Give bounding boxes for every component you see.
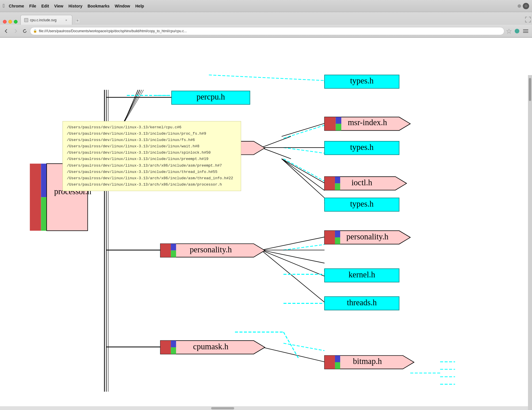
svg-rect-80 bbox=[160, 341, 171, 354]
threads-h-label: threads.h bbox=[347, 298, 377, 307]
personality-h-right-label: personality.h bbox=[347, 232, 389, 241]
personality-h-center-label: personality.h bbox=[190, 245, 232, 254]
svg-rect-62 bbox=[335, 177, 340, 183]
tooltip-line-1: /Users/paulross/dev/linux/linux-3.13/ker… bbox=[67, 124, 237, 131]
svg-rect-54 bbox=[336, 124, 341, 130]
svg-text:+: + bbox=[76, 19, 79, 23]
tooltip-line-10: /Users/paulross/dev/linux/linux-3.13/arc… bbox=[67, 182, 237, 188]
tab-close-button[interactable]: × bbox=[64, 18, 69, 22]
svg-rect-84 bbox=[325, 356, 335, 369]
svg-rect-65 bbox=[30, 164, 41, 231]
window-close-btn[interactable] bbox=[3, 20, 7, 24]
svg-rect-61 bbox=[325, 177, 335, 190]
forward-button[interactable] bbox=[12, 27, 20, 35]
url-text: file:///Users/paulross/Documents/workspa… bbox=[39, 29, 187, 33]
menu-view[interactable]: View bbox=[54, 4, 63, 8]
tooltip-line-5: /Users/paulross/dev/linux/linux-3.13/inc… bbox=[67, 150, 237, 156]
svg-rect-70 bbox=[160, 244, 171, 257]
tooltip-line-6: /Users/paulross/dev/linux/linux-3.13/inc… bbox=[67, 156, 237, 162]
address-icon: 🔒 bbox=[33, 29, 37, 33]
window-maximize-btn[interactable] bbox=[14, 20, 18, 24]
svg-rect-0 bbox=[24, 18, 28, 22]
address-bar[interactable]: 🔒 file:///Users/paulross/Documents/works… bbox=[30, 27, 504, 35]
svg-marker-3 bbox=[507, 29, 511, 33]
include-diagram: types.h percpu.h msr-index.h types.h msr… bbox=[0, 38, 532, 410]
types-h-3-label: types.h bbox=[350, 199, 374, 208]
menu-chrome[interactable]: Chrome bbox=[9, 4, 24, 8]
svg-rect-53 bbox=[336, 117, 341, 124]
hscrollbar-thumb[interactable] bbox=[211, 407, 234, 409]
menu-help[interactable]: Help bbox=[135, 4, 144, 8]
menu-file[interactable]: File bbox=[29, 4, 36, 8]
horizontal-scrollbar[interactable] bbox=[0, 406, 528, 410]
new-tab-button[interactable]: + bbox=[73, 17, 82, 25]
svg-rect-76 bbox=[335, 237, 340, 244]
kernel-h-label: kernel.h bbox=[349, 270, 375, 279]
svg-rect-63 bbox=[335, 183, 340, 190]
tooltip-line-7: /Users/paulross/dev/linux/linux-3.13/arc… bbox=[67, 163, 237, 169]
bitmap-h-label: bitmap.h bbox=[353, 357, 382, 366]
nav-bar: 🔒 file:///Users/paulross/Documents/works… bbox=[0, 25, 532, 37]
tab-bar: cpu.c.include.svg × + bbox=[0, 12, 532, 25]
menu-bookmarks[interactable]: Bookmarks bbox=[88, 4, 109, 8]
reload-button[interactable] bbox=[21, 27, 29, 35]
tooltip-line-3: /Users/paulross/dev/linux/linux-3.13/inc… bbox=[67, 137, 237, 143]
svg-rect-66 bbox=[41, 164, 46, 197]
chrome-menu-button[interactable] bbox=[522, 27, 530, 35]
types-h-2-label: types.h bbox=[350, 143, 374, 152]
back-button[interactable] bbox=[2, 27, 10, 35]
menu-edit[interactable]: Edit bbox=[41, 4, 49, 8]
types-h-1-label: types.h bbox=[350, 76, 374, 85]
svg-rect-75 bbox=[335, 231, 340, 237]
svg-rect-82 bbox=[171, 347, 176, 354]
svg-rect-86 bbox=[335, 362, 340, 369]
tab-favicon bbox=[24, 18, 28, 22]
msr-index-h-label: msr-index.h bbox=[348, 118, 387, 127]
svg-rect-74 bbox=[325, 231, 335, 244]
svg-rect-52 bbox=[325, 117, 336, 131]
apple-menu[interactable]:  bbox=[3, 3, 5, 9]
menubar:  Chrome File Edit View History Bookmark… bbox=[0, 0, 532, 12]
tooltip-overlay: /Users/paulross/dev/linux/linux-3.13/ker… bbox=[63, 121, 241, 191]
cpumask-h-label: cpumask.h bbox=[193, 342, 228, 351]
browser-tab[interactable]: cpu.c.include.svg × bbox=[20, 15, 72, 25]
percpu-h-label: percpu.h bbox=[196, 92, 225, 101]
svg-rect-81 bbox=[171, 341, 176, 347]
ioctl-h-label: ioctl.h bbox=[351, 178, 372, 187]
svg-viewport: types.h percpu.h msr-index.h types.h msr… bbox=[0, 38, 532, 410]
bookmark-star[interactable] bbox=[506, 28, 512, 35]
browser-chrome: cpu.c.include.svg × + 🔒 bbox=[0, 12, 532, 38]
svg-rect-71 bbox=[171, 244, 176, 250]
window-minimize-btn[interactable] bbox=[8, 20, 12, 24]
extension-icon[interactable] bbox=[514, 28, 520, 35]
menu-history[interactable]: History bbox=[69, 4, 82, 8]
svg-rect-72 bbox=[171, 250, 176, 257]
svg-rect-67 bbox=[41, 197, 46, 231]
tab-title: cpu.c.include.svg bbox=[30, 18, 56, 22]
tooltip-line-8: /Users/paulross/dev/linux/linux-3.13/inc… bbox=[67, 169, 237, 175]
tooltip-line-9: /Users/paulross/dev/linux/linux-3.13/arc… bbox=[67, 175, 237, 182]
tooltip-line-2: /Users/paulross/dev/linux/linux-3.13/inc… bbox=[67, 131, 237, 137]
svg-rect-85 bbox=[335, 356, 340, 362]
fullscreen-icon[interactable] bbox=[525, 17, 531, 22]
tooltip-line-4: /Users/paulross/dev/linux/linux-3.13/inc… bbox=[67, 143, 237, 150]
menu-window[interactable]: Window bbox=[115, 4, 130, 8]
